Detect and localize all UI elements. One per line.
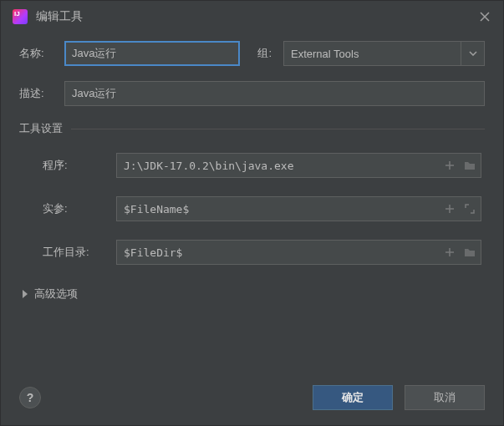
advanced-options-label: 高级选项	[34, 287, 78, 302]
intellij-icon	[13, 9, 28, 24]
tool-settings-section: 程序: 实参:	[19, 153, 485, 283]
dialog-footer: ? 确定 取消	[1, 373, 503, 425]
divider	[71, 129, 485, 129]
working-dir-row: 工作目录:	[43, 240, 481, 265]
group-combo[interactable]: External Tools	[283, 41, 485, 66]
expand-icon[interactable]	[463, 202, 476, 216]
ok-button[interactable]: 确定	[313, 385, 393, 410]
insert-macro-icon[interactable]	[443, 246, 456, 259]
name-input[interactable]	[64, 41, 240, 66]
working-dir-label: 工作目录:	[43, 245, 108, 260]
close-icon[interactable]	[478, 10, 491, 23]
insert-macro-icon[interactable]	[443, 202, 456, 216]
arguments-input[interactable]	[116, 196, 481, 221]
edit-tool-dialog: 编辑工具 名称: 组: External Tools 描述: 工具设置	[0, 0, 504, 426]
dialog-title: 编辑工具	[36, 9, 470, 24]
arguments-label: 实参:	[43, 201, 108, 216]
program-row: 程序:	[43, 153, 481, 178]
description-row: 描述:	[19, 81, 485, 106]
name-label: 名称:	[19, 46, 53, 61]
help-button[interactable]: ?	[19, 387, 41, 408]
tool-settings-header: 工具设置	[19, 121, 485, 136]
dialog-content: 名称: 组: External Tools 描述: 工具设置 程序:	[1, 33, 503, 373]
group-label: 组:	[252, 46, 272, 61]
working-dir-input[interactable]	[116, 240, 481, 265]
browse-folder-icon[interactable]	[463, 159, 476, 172]
cancel-button[interactable]: 取消	[405, 385, 485, 410]
tool-settings-label: 工具设置	[19, 121, 63, 136]
description-input[interactable]	[64, 81, 485, 106]
group-combo-value: External Tools	[283, 41, 461, 66]
arguments-row: 实参:	[43, 196, 481, 221]
title-bar: 编辑工具	[1, 1, 503, 33]
browse-folder-icon[interactable]	[463, 246, 476, 259]
program-input[interactable]	[116, 153, 481, 178]
insert-macro-icon[interactable]	[443, 159, 456, 172]
group-combo-dropdown[interactable]	[461, 41, 485, 66]
chevron-right-icon	[23, 290, 28, 298]
program-label: 程序:	[43, 158, 108, 173]
description-label: 描述:	[19, 86, 53, 101]
name-group-row: 名称: 组: External Tools	[19, 41, 485, 66]
advanced-options-expander[interactable]: 高级选项	[23, 287, 485, 302]
